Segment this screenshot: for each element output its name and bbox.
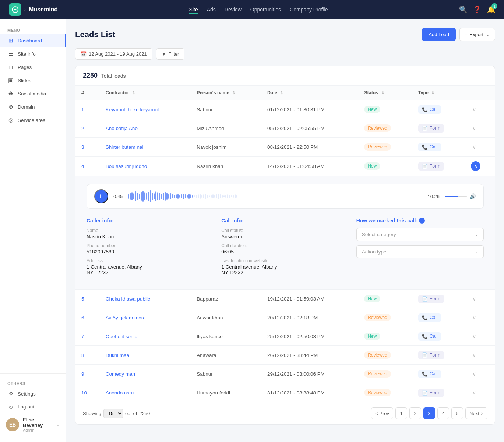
action-type-select[interactable]: Action type ⌄ xyxy=(356,245,484,258)
marking-info-icon[interactable]: i xyxy=(419,218,425,224)
page-btn-5[interactable]: 5 xyxy=(451,407,463,419)
wave-bar-50 xyxy=(220,194,221,198)
col-status[interactable]: Status ⇕ xyxy=(358,86,412,100)
type-badge: 📞 Call xyxy=(418,105,441,114)
sidebar-item-settings[interactable]: ⚙ Settings xyxy=(0,387,66,400)
col-contractor[interactable]: Contractor ⇕ xyxy=(100,86,191,100)
contractor-link[interactable]: Anondo asru xyxy=(106,390,134,396)
page-btn-2[interactable]: 2 xyxy=(409,407,421,419)
form-type-icon: 📄 xyxy=(422,390,428,396)
expand-row-button[interactable]: ∨ xyxy=(471,313,477,322)
play-pause-button[interactable]: ⏸ xyxy=(94,189,108,203)
col-person[interactable]: Person's name ⇕ xyxy=(191,86,261,100)
expand-row-button[interactable]: ∨ xyxy=(471,369,477,378)
contractor-link[interactable]: Ay Ay gelam more xyxy=(106,315,146,320)
nav-link-opportunities[interactable]: Opportunities xyxy=(250,5,281,14)
expand-row-button[interactable]: ∨ xyxy=(471,294,477,303)
wave-bar-14 xyxy=(154,193,155,199)
add-lead-button[interactable]: Add Lead xyxy=(422,28,456,41)
caller-info-title: Caller info: xyxy=(87,218,214,224)
contractor-link[interactable]: Obohelit sontan xyxy=(106,334,141,339)
category-select[interactable]: Select category ⌄ xyxy=(356,228,484,241)
contractor-link[interactable]: Dukhi maa xyxy=(106,352,130,358)
wave-bar-46 xyxy=(212,194,214,198)
call-details: Caller info: Name: Nasrin Khan Phone num… xyxy=(87,218,484,279)
sidebar-item-domain[interactable]: ⊕ Domain xyxy=(0,100,66,113)
export-button[interactable]: ↑ Export ⌄ xyxy=(459,28,495,41)
nav-link-site[interactable]: Site xyxy=(189,5,198,14)
contractor-link[interactable]: Comedy man xyxy=(106,371,135,377)
nav-link-review[interactable]: Review xyxy=(225,5,242,14)
page-btn-3[interactable]: 3 xyxy=(423,407,435,419)
wave-bar-23 xyxy=(170,193,171,199)
expand-row-button[interactable]: ∨ xyxy=(471,124,477,133)
contractor-link[interactable]: Aho batija Aho xyxy=(106,126,138,131)
per-page-select[interactable]: 15 25 50 xyxy=(103,409,123,418)
sidebar-item-service-area[interactable]: ◎ Service area xyxy=(0,113,66,127)
wave-bar-49 xyxy=(218,194,219,199)
type-sort-icon: ⇕ xyxy=(431,91,434,95)
expand-row-button[interactable]: ∨ xyxy=(471,332,477,341)
wave-bar-59 xyxy=(236,195,237,198)
wave-bar-44 xyxy=(209,195,210,197)
wave-bar-52 xyxy=(223,195,225,197)
call-info-section: Call info: Call status: Answered Call du… xyxy=(221,218,349,279)
date-range-filter[interactable]: 📅 12 Aug 2021 - 19 Aug 2021 xyxy=(75,48,152,60)
person-name: Anwar khan xyxy=(191,308,261,327)
filter-button[interactable]: ▼ Filter xyxy=(156,48,185,60)
expand-row-button[interactable]: ∧ xyxy=(471,161,480,171)
sidebar-label-logout: Log out xyxy=(18,404,34,410)
contractor-link[interactable]: Bou sasurir juddho xyxy=(106,164,147,169)
sidebar-item-site-info[interactable]: ☰ Site info xyxy=(0,47,66,60)
contractor-link[interactable]: Cheka khawa public xyxy=(106,296,150,302)
topnav-action-icons: 🔍 ❓ 🔔 1 xyxy=(459,6,495,14)
col-type[interactable]: Type ⇕ xyxy=(412,86,465,100)
brand[interactable]: › Musemind xyxy=(9,3,58,16)
contractor-link[interactable]: Shirter butam nai xyxy=(106,144,144,150)
wave-bar-5 xyxy=(137,193,138,200)
sidebar-label-pages: Pages xyxy=(18,64,32,70)
export-chevron-icon: ⌄ xyxy=(486,32,490,37)
audio-player: ⏸ 0:45 10:26 🔊 xyxy=(87,184,484,209)
wave-bar-45 xyxy=(211,195,212,198)
row-date: 26/12/2021 - 38:44 PM xyxy=(261,346,358,365)
page-btn-1[interactable]: 1 xyxy=(395,407,407,419)
sidebar-item-pages[interactable]: ◻ Pages xyxy=(0,60,66,74)
sidebar-item-logout[interactable]: ⎋ Log out xyxy=(0,400,66,413)
site-info-icon: ☰ xyxy=(7,50,14,57)
expand-row-button[interactable]: ∨ xyxy=(471,105,477,114)
search-icon[interactable]: 🔍 xyxy=(459,6,467,14)
col-actions xyxy=(465,86,495,100)
wave-bar-31 xyxy=(185,194,186,198)
table-row: 7 Obohelit sontan Iliyas kancon 25/12/20… xyxy=(75,327,495,346)
service-area-icon: ◎ xyxy=(7,117,14,123)
sidebar-item-dashboard[interactable]: ⊞ Dashboard xyxy=(0,34,66,47)
leads-table: # Contractor ⇕ Person's name ⇕ Date ⇕ St… xyxy=(75,86,495,402)
wave-bar-12 xyxy=(150,190,151,202)
expand-row-button[interactable]: ∨ xyxy=(471,143,477,151)
wave-bar-39 xyxy=(200,194,201,199)
others-section-label: OTHERS xyxy=(0,378,66,387)
col-date[interactable]: Date ⇕ xyxy=(261,86,358,100)
wave-bar-1 xyxy=(130,193,131,200)
page-btn-4[interactable]: 4 xyxy=(437,407,449,419)
volume-slider[interactable] xyxy=(445,196,467,197)
notification-icon[interactable]: 🔔 1 xyxy=(487,6,495,14)
expand-row-button[interactable]: ∨ xyxy=(471,388,477,397)
nav-link-company-profile[interactable]: Company Profile xyxy=(290,5,328,14)
help-icon[interactable]: ❓ xyxy=(473,6,481,14)
table-row: 4 Bou sasurir juddho Nasrin khan 14/12/2… xyxy=(75,157,495,176)
sidebar-item-social-media[interactable]: ❋ Social media xyxy=(0,87,66,100)
contractor-link[interactable]: Keyamot theke keyamot xyxy=(106,107,159,112)
volume-icon[interactable]: 🔊 xyxy=(470,193,476,199)
type-badge: 📄 Form xyxy=(418,389,444,397)
nav-link-ads[interactable]: Ads xyxy=(207,5,216,14)
wave-bar-41 xyxy=(203,194,204,198)
expanded-row: ⏸ 0:45 10:26 🔊 xyxy=(75,176,495,290)
next-page-button[interactable]: Next > xyxy=(465,407,487,419)
prev-page-button[interactable]: < Prev xyxy=(371,407,393,419)
wave-bar-32 xyxy=(187,195,188,198)
sidebar-user-profile[interactable]: EB Elise Beverley Admin ⌄ xyxy=(0,413,66,436)
expand-row-button[interactable]: ∨ xyxy=(471,351,477,359)
sidebar-item-slides[interactable]: ▣ Slides xyxy=(0,74,66,87)
